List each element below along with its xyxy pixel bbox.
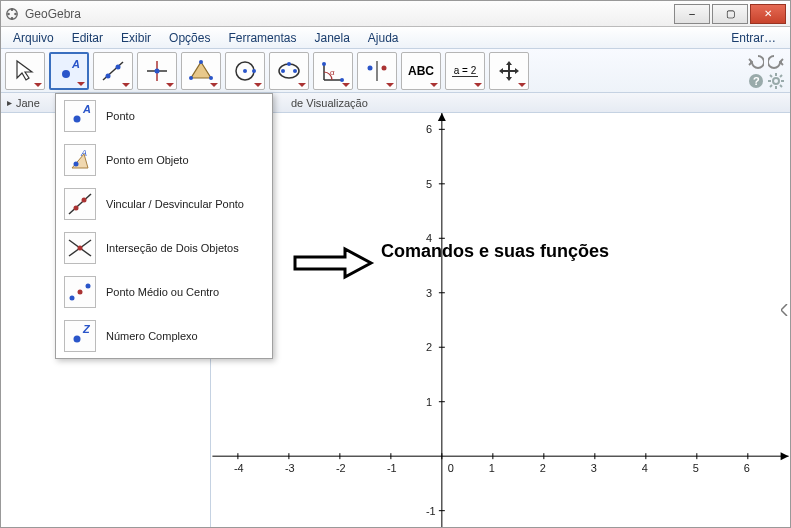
menu-opcoes[interactable]: Opções — [161, 29, 218, 47]
svg-text:3: 3 — [591, 462, 597, 474]
help-icon[interactable]: ? — [748, 73, 764, 89]
minimize-button[interactable]: – — [674, 4, 710, 24]
close-button[interactable]: ✕ — [750, 4, 786, 24]
svg-point-4 — [11, 17, 14, 20]
svg-point-92 — [78, 290, 83, 295]
tool-perpendicular[interactable] — [137, 52, 177, 90]
svg-text:A: A — [82, 103, 91, 115]
maximize-button[interactable]: ▢ — [712, 4, 748, 24]
menu-ajuda[interactable]: Ajuda — [360, 29, 407, 47]
svg-text:4: 4 — [642, 462, 648, 474]
dropdown-item-ponto-em-objeto[interactable]: A Ponto em Objeto — [56, 138, 272, 182]
svg-point-22 — [293, 69, 297, 73]
reflect-icon — [364, 58, 390, 84]
undo-icon[interactable] — [748, 53, 764, 69]
cursor-icon — [12, 58, 38, 84]
toolbar: A α ABC a = 2 — [1, 49, 790, 93]
svg-point-3 — [11, 8, 14, 11]
svg-point-82 — [74, 162, 79, 167]
tool-slider[interactable]: a = 2 — [445, 52, 485, 90]
point-on-object-icon: A — [64, 144, 96, 176]
annotation-arrow-icon — [291, 243, 375, 283]
angle-icon: α — [320, 58, 346, 84]
graphics-panel-header[interactable]: de Visualização — [211, 93, 790, 113]
annotation-text: Comandos e suas funções — [381, 241, 609, 262]
svg-line-38 — [780, 85, 782, 87]
tool-move-view[interactable] — [489, 52, 529, 90]
perpendicular-icon — [144, 58, 170, 84]
svg-point-2 — [14, 12, 17, 15]
ellipse-icon — [276, 58, 302, 84]
text-icon: ABC — [408, 64, 434, 78]
menu-editar[interactable]: Editar — [64, 29, 111, 47]
svg-point-9 — [116, 64, 121, 69]
svg-line-84 — [69, 194, 91, 214]
app-icon — [5, 7, 19, 21]
menu-janela[interactable]: Janela — [306, 29, 357, 47]
login-link[interactable]: Entrar… — [731, 31, 786, 45]
svg-point-91 — [86, 284, 91, 289]
svg-text:6: 6 — [744, 462, 750, 474]
svg-point-8 — [106, 73, 111, 78]
menu-arquivo[interactable]: Arquivo — [5, 29, 62, 47]
svg-text:A: A — [71, 58, 80, 70]
tool-point[interactable]: A — [49, 52, 89, 90]
dropdown-label: Vincular / Desvincular Ponto — [106, 198, 244, 210]
window-title: GeoGebra — [25, 7, 81, 21]
svg-point-19 — [252, 69, 256, 73]
complex-icon: Z — [64, 320, 96, 352]
tool-text[interactable]: ABC — [401, 52, 441, 90]
svg-point-90 — [70, 296, 75, 301]
slider-icon: a = 2 — [452, 65, 479, 77]
svg-text:A: A — [80, 148, 87, 158]
dropdown-item-intersecao[interactable]: Interseção de Dois Objetos — [56, 226, 272, 270]
svg-line-40 — [770, 85, 772, 87]
menu-ferramentas[interactable]: Ferramentas — [220, 29, 304, 47]
svg-point-5 — [62, 70, 70, 78]
tool-polygon[interactable] — [181, 52, 221, 90]
menu-exibir[interactable]: Exibir — [113, 29, 159, 47]
titlebar: GeoGebra – ▢ ✕ — [1, 1, 790, 27]
tool-reflect[interactable] — [357, 52, 397, 90]
dropdown-label: Ponto — [106, 110, 135, 122]
dropdown-item-vincular[interactable]: Vincular / Desvincular Ponto — [56, 182, 272, 226]
gear-icon[interactable] — [768, 73, 784, 89]
svg-point-21 — [281, 69, 285, 73]
svg-point-12 — [155, 68, 160, 73]
svg-text:5: 5 — [426, 178, 432, 190]
redo-icon[interactable] — [768, 53, 784, 69]
coordinate-axes: -4-3-2-10123456-1123456 — [211, 113, 790, 527]
svg-point-1 — [7, 12, 10, 15]
graphics-panel-title: de Visualização — [291, 97, 368, 109]
tool-angle[interactable]: α — [313, 52, 353, 90]
dropdown-item-ponto-medio[interactable]: Ponto Médio ou Centro — [56, 270, 272, 314]
polygon-icon — [188, 58, 214, 84]
dropdown-label: Ponto em Objeto — [106, 154, 189, 166]
dropdown-item-complexo[interactable]: Z Número Complexo — [56, 314, 272, 358]
svg-point-29 — [382, 65, 387, 70]
svg-point-18 — [243, 69, 247, 73]
svg-marker-13 — [191, 62, 211, 78]
window-controls: – ▢ ✕ — [674, 4, 786, 24]
svg-text:Z: Z — [82, 323, 91, 335]
tool-conic[interactable] — [269, 52, 309, 90]
svg-text:-4: -4 — [234, 462, 244, 474]
svg-point-86 — [82, 198, 87, 203]
graphics-view[interactable]: -4-3-2-10123456-1123456 Comandos e suas … — [211, 113, 790, 527]
menubar: Arquivo Editar Exibir Opções Ferramentas… — [1, 27, 790, 49]
dropdown-label: Número Complexo — [106, 330, 198, 342]
svg-text:2: 2 — [426, 341, 432, 353]
svg-text:1: 1 — [426, 396, 432, 408]
dropdown-item-ponto[interactable]: A Ponto — [56, 94, 272, 138]
svg-text:α: α — [330, 68, 335, 77]
tool-circle[interactable] — [225, 52, 265, 90]
svg-text:6: 6 — [426, 123, 432, 135]
tool-move[interactable] — [5, 52, 45, 90]
collapse-handle-right[interactable] — [780, 300, 790, 320]
svg-text:-2: -2 — [336, 462, 346, 474]
svg-text:1: 1 — [489, 462, 495, 474]
svg-point-32 — [773, 78, 779, 84]
tool-line[interactable] — [93, 52, 133, 90]
line-icon — [100, 58, 126, 84]
svg-point-26 — [340, 78, 344, 82]
